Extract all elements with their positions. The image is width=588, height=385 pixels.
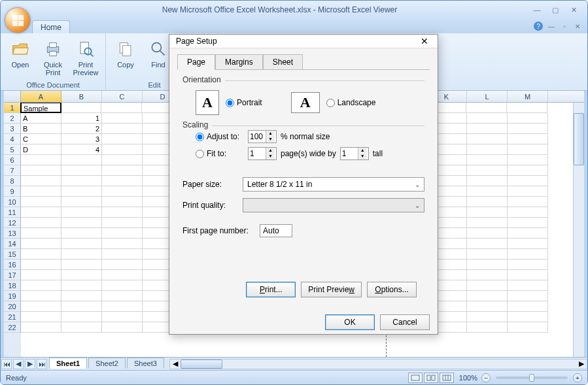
cell[interactable] [508,280,548,291]
select-all-corner[interactable] [4,91,21,102]
row-header[interactable]: 9 [4,186,21,197]
cell[interactable] [102,312,143,322]
column-header[interactable]: B [61,91,102,102]
cell[interactable] [21,155,61,165]
spin-down-icon[interactable]: ▼ [358,154,367,159]
cell[interactable] [61,218,102,228]
cell[interactable] [508,176,548,186]
cell[interactable] [61,280,102,291]
dialog-tab-page[interactable]: Page [177,54,215,70]
cell[interactable] [102,113,143,124]
quick-print-button[interactable]: Quick Print [37,36,69,80]
cell[interactable] [21,176,61,186]
tab-home[interactable]: Home [32,20,70,33]
cell[interactable] [21,312,61,322]
cell[interactable] [467,155,508,165]
row-header[interactable]: 8 [4,176,21,186]
cell[interactable]: 2 [61,124,102,134]
cell[interactable] [21,301,61,312]
sheet-nav-last[interactable]: ⏭ [37,359,47,369]
cell[interactable] [467,249,508,259]
row-header[interactable]: 13 [4,228,21,239]
row-header[interactable]: 22 [4,322,21,333]
cell[interactable] [467,218,508,228]
cell[interactable] [508,218,548,228]
cell[interactable] [102,239,143,249]
cell[interactable] [61,186,102,197]
cell[interactable] [508,249,548,259]
cell[interactable] [508,197,548,207]
sheet-tab[interactable]: Sheet2 [88,358,126,369]
cell[interactable] [467,291,508,301]
vertical-scrollbar[interactable] [573,103,584,357]
column-header[interactable]: L [467,91,508,102]
cell[interactable] [467,322,508,333]
row-header[interactable]: 4 [4,134,21,144]
dialog-close-button[interactable]: ✕ [418,35,431,48]
cell[interactable] [61,322,102,333]
cancel-button[interactable]: Cancel [380,314,430,330]
view-page-layout-button[interactable] [424,373,438,383]
row-header[interactable]: 16 [4,259,21,270]
adjust-to-radio[interactable]: Adjust to: [196,132,244,141]
horizontal-scrollbar[interactable]: ◀ ▶ [169,359,587,369]
zoom-out-button[interactable]: − [481,373,491,382]
cell[interactable] [467,207,508,218]
cell[interactable] [102,301,143,312]
dialog-tab-sheet[interactable]: Sheet [263,54,303,70]
cell[interactable] [467,239,508,249]
cell[interactable]: 4 [61,144,102,155]
cell[interactable] [21,239,61,249]
spin-down-icon[interactable]: ▼ [266,154,275,159]
cell[interactable] [102,228,143,239]
cell[interactable] [467,176,508,186]
sheet-nav-next[interactable]: ▶ [25,359,35,369]
row-header[interactable]: 10 [4,197,21,207]
cell[interactable] [61,312,102,322]
print-preview-button[interactable]: Print Preview [70,36,101,80]
cell[interactable] [467,134,508,144]
cell[interactable] [102,186,143,197]
cell[interactable] [101,103,142,113]
sheet-tab[interactable]: Sheet1 [49,358,87,369]
cell[interactable] [508,301,548,312]
cell[interactable] [508,239,548,249]
row-header[interactable]: 5 [4,144,21,155]
row-header[interactable]: 11 [4,207,21,218]
dialog-tab-margins[interactable]: Margins [215,54,263,70]
spin-up-icon[interactable]: ▲ [266,131,275,137]
fit-to-radio[interactable]: Fit to: [196,149,244,158]
cell[interactable] [21,218,61,228]
cell[interactable] [61,301,102,312]
cell[interactable] [508,228,548,239]
cell[interactable] [102,218,143,228]
cell[interactable] [21,249,61,259]
spin-up-icon[interactable]: ▲ [358,148,367,154]
zoom-in-button[interactable]: + [573,373,582,382]
row-header[interactable]: 20 [4,301,21,312]
fit-wide-input[interactable]: 1 ▲▼ [248,147,277,160]
cell[interactable] [61,207,102,218]
cell[interactable] [21,228,61,239]
copy-button[interactable]: Copy [110,36,141,80]
first-page-input[interactable]: Auto [260,224,292,237]
office-button[interactable] [5,7,31,33]
row-header[interactable]: 7 [4,165,21,176]
cell[interactable] [21,165,61,176]
row-header[interactable]: 6 [4,155,21,165]
open-button[interactable]: Open [5,36,36,80]
cell[interactable] [508,124,548,134]
cell[interactable] [61,103,101,113]
cell[interactable] [102,176,143,186]
cell[interactable] [102,270,143,280]
cell[interactable] [508,113,548,124]
cell[interactable] [508,270,548,280]
cell[interactable]: 3 [61,134,102,144]
zoom-slider[interactable] [496,377,568,379]
cell[interactable] [467,228,508,239]
cell[interactable] [61,270,102,280]
cell[interactable] [61,197,102,207]
cell[interactable] [508,259,548,270]
cell[interactable] [508,165,548,176]
view-normal-button[interactable] [408,373,423,383]
